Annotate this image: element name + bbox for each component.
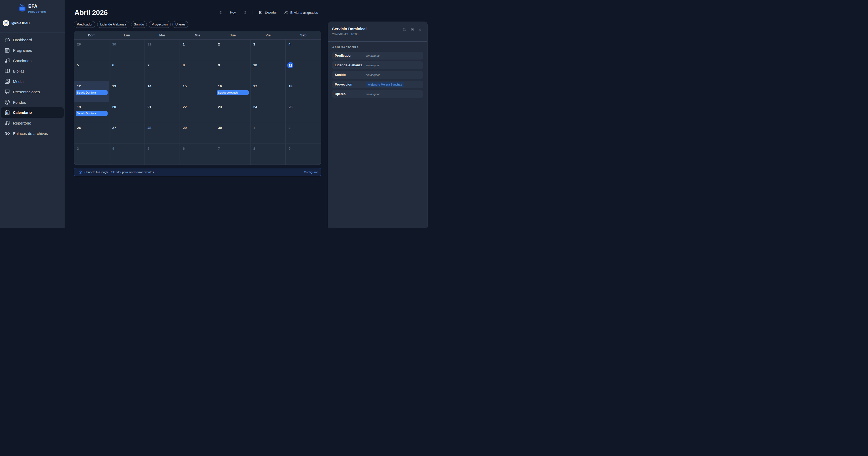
svg-text:31: 31: [6, 112, 8, 114]
